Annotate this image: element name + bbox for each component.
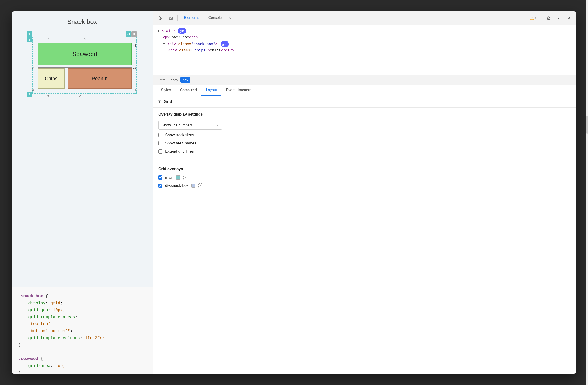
peanut-cell: Peanut [68,68,132,89]
tabs-bar: Styles Computed Layout Event Listeners » [153,85,576,96]
code-line-2: display: grid; [19,300,146,307]
tab-styles[interactable]: Styles [156,85,176,96]
overlay-main-label: main [165,175,173,180]
code-line-9 [19,348,146,356]
dom-line-4: <div class="chips">Chips</div> [157,47,572,54]
grid-overlays-section: Grid overlays main [153,162,576,196]
overlay-snack-box-checkbox[interactable] [158,184,162,188]
corner-3-bottom: 3 [27,92,32,97]
grid-section-header[interactable]: ▼ Grid [153,96,576,107]
show-track-sizes-label: Show track sizes [165,133,194,137]
grid-vline [67,43,67,89]
corner-neg1-top: −1 [126,31,131,37]
corner-1-top: 1 [27,31,32,37]
overlay-main-row: main [158,175,571,180]
overlay-snack-box-target-icon[interactable] [198,183,203,188]
browser-window: Snack box 1 −1 3 1 3 1 2 3 −3 [12,11,576,374]
devtools-panel: Elements Console » ⚠ 1 ⚙ ⋮ ✕ ▼ <main> gr… [153,11,576,374]
extend-grid-lines-row: Extend grid lines [158,149,571,154]
warning-badge: ⚠ 1 [528,15,539,22]
breadcrumb-body[interactable]: body [168,77,180,83]
warning-icon: ⚠ [530,16,534,21]
left-panel: Snack box 1 −1 3 1 3 1 2 3 −3 [12,11,153,374]
grid-hline [38,67,132,68]
show-area-names-row: Show area names [158,141,571,146]
overlay-main-color[interactable] [176,175,180,179]
svg-rect-2 [171,18,172,19]
svg-rect-1 [169,18,171,19]
breadcrumb-nav[interactable]: nav [180,77,190,83]
breadcrumb-html[interactable]: html [157,77,168,83]
settings-icon[interactable]: ⚙ [545,14,553,22]
grid-num-bottom-neg3: −3 [45,94,49,98]
extend-grid-lines-checkbox[interactable] [158,150,162,153]
breadcrumb-bar: html body nav [153,75,576,85]
corner-3-top: 3 [131,31,137,37]
overlay-snack-box-label: div.snack-box [165,183,189,188]
grid-num-top-1: 1 [48,37,50,41]
tab-event-listeners[interactable]: Event Listeners [221,85,255,96]
seaweed-cell: Seaweed [38,43,132,65]
chips-cell: Chips [38,68,65,89]
show-area-names-label: Show area names [165,141,196,146]
grid-num-bottom-neg1: −1 [129,94,133,98]
code-line-3: grid-gap: 10px; [19,307,146,314]
code-line-7: grid-template-columns: 1fr 2fr; [19,335,146,342]
grid-num-right-neg3: −3 [133,44,136,47]
grid-num-left-3: 3 [32,88,34,92]
grid-num-bottom-neg2: −2 [77,94,81,98]
grid-num-right-neg1: −1 [133,88,136,92]
show-area-names-checkbox[interactable] [158,141,162,145]
grid-num-right-neg2: −2 [133,66,136,70]
code-line-12: } [19,369,146,374]
tab-more-icon[interactable]: » [256,85,263,96]
show-track-sizes-checkbox[interactable] [158,133,162,137]
layout-panel: ▼ Grid Overlay display settings Show lin… [153,96,576,374]
grid-demo-area: Snack box 1 −1 3 1 3 1 2 3 −3 [12,11,153,287]
grid-visualization: 1 −1 3 1 3 1 2 3 −3 −2 −1 1 2 3 [25,30,139,98]
grid-num-top-3: 3 [133,37,135,41]
grid-num-top-2: 2 [84,37,86,41]
snack-box-title: Snack box [16,18,148,25]
grid-overlays-title: Grid overlays [158,167,571,171]
code-panel: .snack-box { display: grid; grid-gap: 10… [12,287,153,374]
dom-line-2: <p>Snack box</p> [157,34,572,41]
code-line-1: .snack-box { [19,293,146,300]
overlay-snack-box-color[interactable] [191,184,195,188]
tab-layout[interactable]: Layout [201,85,221,96]
overlay-main-checkbox[interactable] [158,175,162,179]
overlay-snack-box-row: div.snack-box [158,183,571,188]
show-track-sizes-row: Show track sizes [158,133,571,137]
more-tabs-icon[interactable]: » [227,15,233,21]
close-icon[interactable]: ✕ [565,14,573,22]
code-line-8: } [19,342,146,348]
dom-panel: ▼ <main> grid <p>Snack box</p> ▼ <div cl… [153,25,576,75]
toolbar-separator-2 [542,15,542,21]
tab-elements[interactable]: Elements [180,14,203,22]
grid-num-left-1: 1 [32,43,34,47]
code-line-5: "top top" [19,321,146,328]
section-triangle-icon: ▼ [157,99,162,104]
toolbar-separator-1 [177,15,178,21]
main-area: Snack box 1 −1 3 1 3 1 2 3 −3 [12,11,576,374]
grid-num-left-2: 2 [32,66,34,70]
overlay-display-settings: Overlay display settings Show line numbe… [153,107,576,162]
inspect-icon[interactable] [156,14,165,22]
overlay-main-target-icon[interactable] [183,175,188,180]
code-line-4: grid-template-areas: [19,314,146,321]
devtools-toolbar: Elements Console » ⚠ 1 ⚙ ⋮ ✕ [153,11,576,25]
code-line-11: grid-area: top; [19,363,146,369]
tab-console[interactable]: Console [205,14,226,22]
code-line-6: "bottom1 bottom2"; [19,328,146,335]
overlay-settings-title: Overlay display settings [158,112,571,117]
code-line-10: .seaweed { [19,355,146,363]
device-icon[interactable] [167,14,175,22]
extend-grid-lines-label: Extend grid lines [165,149,194,154]
overlay-dropdown[interactable]: Show line numbers Show track sizes Show … [158,121,222,130]
tab-computed[interactable]: Computed [176,85,202,96]
more-options-icon[interactable]: ⋮ [555,14,563,22]
corner-1-left: 1 [27,37,32,42]
dom-line-1: ▼ <main> grid [157,28,572,34]
dom-line-3: ▼ <div class="snack-box"> grid [157,41,572,48]
line-numbers-dropdown-row: Show line numbers Show track sizes Show … [158,121,571,130]
